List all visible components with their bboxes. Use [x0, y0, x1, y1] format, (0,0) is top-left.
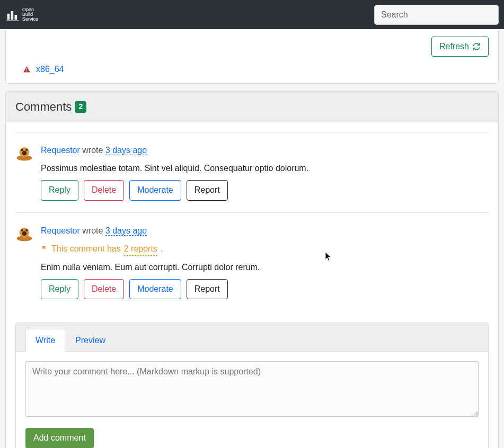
comment-meta: Requestor wrote 3 days ago — [41, 225, 489, 237]
build-results-panel: Refresh x86_64 — [5, 29, 499, 84]
comment-time-link[interactable]: 3 days ago — [105, 146, 147, 155]
logo-text: Open Build Service — [22, 7, 38, 22]
search-input[interactable] — [374, 5, 499, 25]
tab-write[interactable]: Write — [25, 329, 65, 352]
moderate-button[interactable]: Moderate — [129, 180, 181, 200]
add-comment-button[interactable]: Add comment — [25, 428, 94, 448]
delete-button[interactable]: Delete — [84, 279, 124, 299]
avatar — [15, 145, 33, 161]
refresh-label: Refresh — [439, 41, 469, 52]
comment-actions: Reply Delete Moderate Report — [41, 180, 489, 200]
warning-icon — [23, 66, 31, 74]
refresh-button[interactable]: Refresh — [431, 37, 489, 57]
report-button[interactable]: Report — [187, 180, 228, 200]
svg-point-10 — [21, 229, 23, 231]
avatar — [15, 226, 33, 241]
comment: Requestor wrote 3 days ago Possimus mole… — [15, 132, 489, 212]
reply-button[interactable]: Reply — [41, 180, 78, 200]
report-button[interactable]: Report — [187, 279, 228, 299]
logo[interactable]: Open Build Service — [5, 7, 38, 22]
svg-point-6 — [25, 149, 28, 151]
report-banner: This comment has 2 reports . — [41, 243, 489, 256]
comments-title: Comments — [15, 98, 72, 115]
comments-count-badge: 2 — [75, 101, 86, 113]
comment-actions: Reply Delete Moderate Report — [41, 279, 489, 299]
comments-panel: Comments 2 Requestor wrote — [5, 91, 499, 448]
svg-point-9 — [22, 231, 27, 236]
svg-rect-0 — [26, 68, 27, 70]
comments-header: Comments 2 — [6, 92, 498, 122]
arch-link-x86-64[interactable]: x86_64 — [36, 63, 64, 76]
svg-point-4 — [22, 151, 27, 156]
comment-textarea[interactable] — [25, 361, 479, 417]
svg-point-5 — [21, 149, 23, 151]
compose-panel: Write Preview Add comment — [15, 322, 489, 448]
flag-icon — [41, 245, 48, 253]
comment-text: Enim nulla veniam. Eum aut corrupti. Cor… — [41, 261, 489, 274]
comment-author-link[interactable]: Requestor — [41, 226, 80, 235]
svg-point-11 — [25, 229, 28, 231]
comment-time-link[interactable]: 3 days ago — [105, 226, 147, 236]
tab-preview[interactable]: Preview — [65, 329, 116, 352]
comment-text: Possimus molestiae totam. Sint vel aliqu… — [41, 162, 489, 175]
reply-button[interactable]: Reply — [41, 279, 78, 299]
delete-button[interactable]: Delete — [84, 180, 124, 200]
comment: Requestor wrote 3 days ago This comment … — [15, 213, 489, 311]
compose-tabs: Write Preview — [16, 323, 488, 352]
moderate-button[interactable]: Moderate — [129, 279, 181, 299]
logo-icon — [5, 7, 20, 22]
comment-author-link[interactable]: Requestor — [41, 146, 80, 155]
refresh-icon — [472, 42, 481, 51]
navbar: Open Build Service — [0, 0, 504, 29]
svg-rect-1 — [26, 71, 27, 71]
reports-link[interactable]: 2 reports — [124, 243, 157, 256]
comment-meta: Requestor wrote 3 days ago — [41, 144, 489, 157]
arch-row: x86_64 — [15, 63, 489, 76]
